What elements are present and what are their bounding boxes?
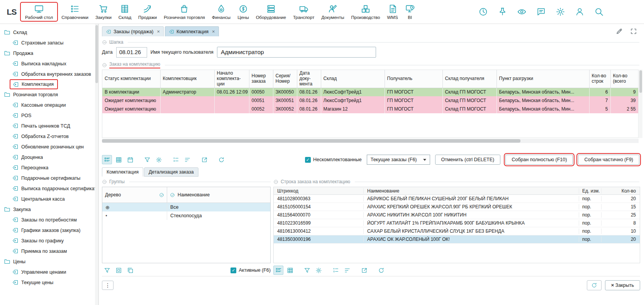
nav-finance[interactable]: Финансы bbox=[208, 3, 234, 21]
expand-node-icon[interactable]: ⊕ bbox=[105, 205, 110, 210]
order-line-row[interactable]: 4811564000070 АРАХИС НИКИТИН ЖАР.СОЛ 100… bbox=[274, 211, 640, 219]
sidebar-item-obrabotka-vnutrennikh-zakazov[interactable]: Обработка внутренних заказов bbox=[12, 69, 91, 79]
view-table-button[interactable] bbox=[285, 266, 295, 275]
nav-sales[interactable]: Продажи bbox=[135, 3, 160, 21]
sidebar-item-grafiki-zakazov[interactable]: Графики заказов (закупка) bbox=[12, 225, 80, 235]
col-recipient[interactable]: Получатель bbox=[385, 70, 442, 88]
sidebar-item-upravlenie-tsenami[interactable]: Управление ценами bbox=[12, 267, 66, 277]
sidebar-folder-tseny[interactable]: Цены bbox=[4, 256, 25, 267]
sidebar-item-kassovye-operatsii[interactable]: Кассовые операции bbox=[12, 100, 66, 110]
sidebar-item-obrabotka-z-otchetov[interactable]: Обработка Z-отчетов bbox=[12, 131, 69, 141]
tab-komplektatsiya[interactable]: Комплектация × bbox=[165, 26, 219, 36]
subtab-komplektatsiya[interactable]: Комплектация bbox=[102, 167, 143, 177]
sort-button[interactable] bbox=[342, 266, 352, 275]
date-input[interactable] bbox=[116, 47, 147, 58]
filter-check-icon[interactable] bbox=[159, 193, 164, 198]
sidebar-item-pechat-tsennikov-tsd[interactable]: Печать ценников ТСД bbox=[12, 121, 70, 131]
cell-tree-toggle[interactable]: ● bbox=[102, 211, 167, 220]
nav-equipment[interactable]: Оборудование bbox=[253, 3, 290, 21]
sidebar-item-tekushchie-tseny[interactable]: Текущие цены bbox=[12, 277, 53, 288]
scrollbar-thumb[interactable] bbox=[102, 139, 520, 143]
order-row[interactable]: Ожидает комплектацию 00051 ЗК00051 08.01… bbox=[102, 96, 638, 105]
filter-button[interactable] bbox=[142, 155, 152, 164]
edit-pencil-icon[interactable] bbox=[616, 28, 623, 35]
group-row[interactable]: ● Стеклопосуда bbox=[102, 211, 270, 220]
col-recipient-warehouse[interactable]: Склад получателя bbox=[442, 70, 497, 88]
assembled-full-button[interactable]: Собран полностью (F10) bbox=[505, 155, 573, 165]
sidebar-item-vypiska-podarochnykh[interactable]: Выписка подарочных сертификат bbox=[12, 183, 96, 194]
tab-zakazy-prodazha[interactable]: Заказы (продажа) × bbox=[102, 26, 164, 36]
collapse-icon[interactable] bbox=[102, 63, 107, 68]
active-checkbox[interactable]: ✓ bbox=[230, 268, 236, 273]
sidebar-item-pos[interactable]: POS bbox=[12, 110, 31, 121]
view-list-button[interactable] bbox=[273, 266, 283, 275]
col-start[interactable]: Начало комплекта-ции bbox=[214, 70, 249, 88]
nav-wms[interactable]: WMS bbox=[383, 3, 401, 21]
search-icon[interactable] bbox=[594, 7, 604, 17]
sidebar-item-dootsenka[interactable]: Дооценка bbox=[12, 152, 43, 162]
scrollbar-thumb[interactable] bbox=[639, 70, 642, 93]
current-user-input[interactable] bbox=[217, 47, 376, 58]
clock-icon[interactable] bbox=[478, 7, 488, 17]
sidebar-scrollbar[interactable] bbox=[95, 24, 98, 305]
collapse-all-button[interactable] bbox=[114, 266, 124, 275]
col-tree[interactable]: Дерево bbox=[102, 187, 167, 203]
col-qty[interactable]: Кол-во bbox=[601, 188, 640, 194]
sidebar-item-tsentralnaya-kassa[interactable]: Центральная касса bbox=[12, 194, 65, 204]
nav-prices[interactable]: Цены bbox=[234, 3, 253, 21]
numbering-button[interactable] bbox=[330, 266, 341, 275]
cancel-button[interactable]: Отменить (ctrl DELETE) bbox=[435, 155, 501, 165]
nav-retail[interactable]: Розничная торговля bbox=[160, 3, 208, 21]
collapse-icon[interactable] bbox=[273, 179, 278, 184]
filter-button[interactable] bbox=[302, 266, 312, 275]
collapse-icon[interactable] bbox=[102, 179, 107, 184]
col-unit[interactable]: Ед. изм. bbox=[579, 188, 601, 194]
collapse-icon[interactable] bbox=[102, 40, 107, 45]
sidebar-item-podarochnye-sertifikaty[interactable]: Подарочные сертификаты bbox=[12, 173, 80, 183]
view-table-button[interactable] bbox=[114, 155, 124, 164]
messages-icon[interactable] bbox=[536, 7, 546, 17]
col-name[interactable]: Наименование bbox=[167, 187, 270, 203]
orders-vertical-scrollbar[interactable] bbox=[639, 70, 642, 138]
pin-icon[interactable] bbox=[498, 7, 507, 17]
sidebar-item-zakazy-po-grafiku[interactable]: Заказы по графику bbox=[12, 235, 64, 246]
cell-tree-toggle[interactable]: ⊕ bbox=[102, 203, 167, 211]
groups-filter-button[interactable] bbox=[102, 266, 112, 275]
orders-horizontal-scrollbar[interactable] bbox=[102, 139, 639, 143]
table-settings-button[interactable] bbox=[314, 266, 324, 275]
col-warehouse[interactable]: Склад bbox=[321, 70, 385, 88]
col-picker[interactable]: Комплектовщик bbox=[160, 70, 214, 88]
col-item-name[interactable]: Наименование bbox=[363, 188, 579, 194]
sidebar-item-komplektatsiya[interactable]: Комплектация bbox=[10, 79, 58, 89]
copy-button[interactable] bbox=[125, 266, 135, 275]
nav-transport[interactable]: Транспорт bbox=[290, 3, 318, 21]
orders-filter-select[interactable]: Текущие заказы (F6) bbox=[367, 155, 430, 165]
refresh-button[interactable] bbox=[216, 155, 226, 164]
assembled-partial-button[interactable]: Собран частично (F9) bbox=[578, 155, 639, 165]
order-line-row[interactable]: 4813503000196 АРАХИС ОК ЖАР.СОЛЕНЫЙ 100Г… bbox=[274, 235, 640, 244]
order-line-row[interactable]: 4810613000412 САХАР БЕЛЫЙ КРИСТАЛЛИЧЕСКИ… bbox=[274, 227, 640, 235]
col-unload-point[interactable]: Пункт разгрузки bbox=[497, 70, 589, 88]
nav-purchases[interactable]: Закупки bbox=[92, 3, 115, 21]
group-row[interactable]: ⊕ Все bbox=[102, 203, 270, 211]
sort-button[interactable] bbox=[182, 155, 192, 164]
export-button[interactable] bbox=[359, 266, 369, 275]
sidebar-item-pereotsenka[interactable]: Переоценка bbox=[12, 162, 48, 173]
view-list-button[interactable] bbox=[102, 155, 112, 164]
nav-bi[interactable]: BI bbox=[402, 3, 419, 21]
sidebar-folder-roznichnaya-torgovlya[interactable]: Розничная торговля bbox=[4, 89, 58, 100]
refresh-form-button[interactable] bbox=[587, 280, 602, 290]
nav-documents[interactable]: Документы bbox=[318, 3, 347, 21]
sidebar-folder-sklad[interactable]: Склад bbox=[4, 27, 27, 37]
unassembled-checkbox[interactable]: ✓ bbox=[305, 157, 311, 163]
sidebar-item-obnovlenie-roznichnykh-tsen[interactable]: Обновление розничных цен bbox=[12, 141, 84, 152]
settings-gear-icon[interactable] bbox=[556, 7, 565, 17]
nav-desktop[interactable]: Рабочий стол bbox=[20, 2, 58, 22]
col-barcode[interactable]: Штрихкод bbox=[274, 188, 363, 194]
order-row[interactable]: Ожидает комплектацию 00052 ЗК00052 08.01… bbox=[102, 105, 638, 113]
order-row[interactable]: В комплектации Администратор 08.01.26 12… bbox=[102, 88, 638, 96]
table-settings-button[interactable] bbox=[154, 155, 164, 164]
tab-close-icon[interactable]: × bbox=[157, 29, 160, 34]
order-line-row[interactable]: 4810223016599 ЙОГУРТ АКТИЛАЙТ 1% ГРЕЙП/А… bbox=[274, 219, 640, 227]
sidebar-item-strakhovye-zapasy[interactable]: Страховые запасы bbox=[12, 37, 63, 48]
